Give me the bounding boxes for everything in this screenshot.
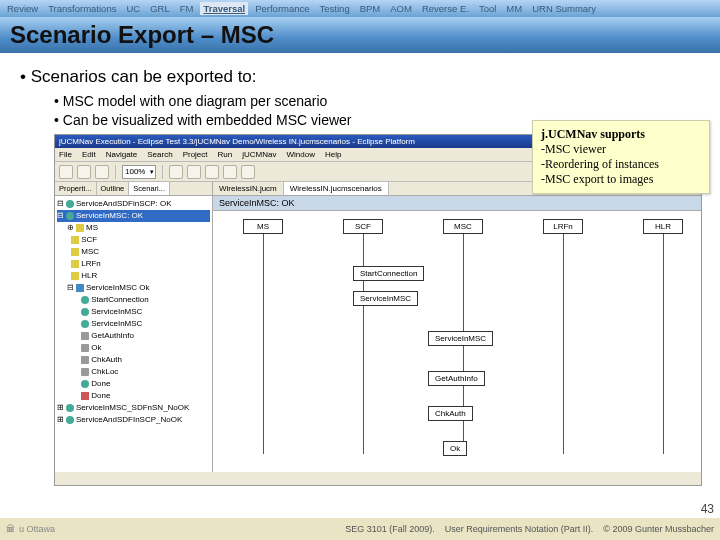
lifeline-header[interactable]: HLR xyxy=(643,219,683,234)
menu-item[interactable]: File xyxy=(59,150,72,159)
lifeline[interactable]: HLR xyxy=(643,219,683,454)
toolbar-button[interactable] xyxy=(95,165,109,179)
tab-properties[interactable]: Properti... xyxy=(55,182,97,195)
lifeline-header[interactable]: MSC xyxy=(443,219,483,234)
menu-item[interactable]: Search xyxy=(147,150,172,159)
scenario-tree[interactable]: ⊟ ServiceAndSDFinSCP: OK⊟ ServiceInMSC: … xyxy=(55,196,212,472)
msc-message[interactable]: ServiceInMSC xyxy=(428,331,493,346)
nav-item-active[interactable]: Traversal xyxy=(200,2,248,15)
nav-item[interactable]: Transformations xyxy=(45,2,119,15)
toolbar-button[interactable] xyxy=(187,165,201,179)
tree-node[interactable]: MSC xyxy=(57,246,210,258)
editor-header: ServiceInMSC: OK xyxy=(213,196,701,211)
msc-message[interactable]: GetAuthInfo xyxy=(428,371,485,386)
lifeline-header[interactable]: LRFn xyxy=(543,219,583,234)
nav-item[interactable]: URN Summary xyxy=(529,2,599,15)
tree-node[interactable]: GetAuthInfo xyxy=(57,330,210,342)
tree-node[interactable]: ⊟ ServiceAndSDFinSCP: OK xyxy=(57,198,210,210)
tree-node[interactable]: StartConnection xyxy=(57,294,210,306)
tree-node-icon xyxy=(81,332,89,340)
callout-note: j.UCMNav supports -MSC viewer -Reorderin… xyxy=(532,120,710,194)
msc-message[interactable]: StartConnection xyxy=(353,266,424,281)
nav-item[interactable]: BPM xyxy=(357,2,384,15)
tree-node[interactable]: ⊞ ServiceInMSC_SDFnSN_NoOK xyxy=(57,402,210,414)
tree-node[interactable]: ServiceInMSC xyxy=(57,318,210,330)
toolbar-button[interactable] xyxy=(241,165,255,179)
zoom-combo[interactable]: 100% xyxy=(122,165,156,179)
tab-outline[interactable]: Outline xyxy=(97,182,130,195)
lifeline[interactable]: SCF xyxy=(343,219,383,454)
page-number: 43 xyxy=(701,502,714,516)
nav-item[interactable]: Testing xyxy=(317,2,353,15)
note-line: -Reordering of instances xyxy=(541,157,659,171)
msc-message[interactable]: Ok xyxy=(443,441,467,456)
toolbar-button[interactable] xyxy=(205,165,219,179)
nav-item[interactable]: FM xyxy=(177,2,197,15)
toolbar-separator xyxy=(162,165,163,179)
toolbar-button[interactable] xyxy=(169,165,183,179)
note-line: -MSC export to images xyxy=(541,172,653,186)
editor-tab-active[interactable]: WirelessIN.jucmscenarios xyxy=(284,182,389,195)
tree-node-icon xyxy=(66,404,74,412)
msc-diagram-canvas[interactable]: MSSCFMSCLRFnHLRStartConnectionServiceInM… xyxy=(213,211,701,472)
tree-node[interactable]: Ok xyxy=(57,342,210,354)
bullet-level-1: Scenarios can be exported to: xyxy=(20,67,700,87)
menu-item[interactable]: Edit xyxy=(82,150,96,159)
footer-subject: User Requirements Notation (Part II). xyxy=(445,524,594,534)
tree-node-icon xyxy=(81,368,89,376)
msc-message[interactable]: ChkAuth xyxy=(428,406,473,421)
nav-item[interactable]: UC xyxy=(123,2,143,15)
tree-node[interactable]: Done xyxy=(57,390,210,402)
tree-node-icon xyxy=(71,236,79,244)
menu-item[interactable]: Run xyxy=(218,150,233,159)
menu-item[interactable]: Project xyxy=(183,150,208,159)
tree-node[interactable]: LRFn xyxy=(57,258,210,270)
tree-node[interactable]: ⊞ ServiceAndSDFInSCP_NoOK xyxy=(57,414,210,426)
lifeline-header[interactable]: SCF xyxy=(343,219,383,234)
menu-item[interactable]: Window xyxy=(286,150,314,159)
menu-item[interactable]: Navigate xyxy=(106,150,138,159)
tree-node[interactable]: ⊕ MS xyxy=(57,222,210,234)
tree-node[interactable]: SCF xyxy=(57,234,210,246)
tree-node[interactable]: ⊟ ServiceInMSC: OK xyxy=(57,210,210,222)
editor-tab[interactable]: WirelessIN.jucm xyxy=(213,182,284,195)
note-title: j.UCMNav supports xyxy=(541,127,645,141)
tree-node[interactable]: ⊟ ServiceInMSC Ok xyxy=(57,282,210,294)
nav-item[interactable]: Tool xyxy=(476,2,499,15)
menu-item[interactable]: Help xyxy=(325,150,341,159)
nav-item[interactable]: AOM xyxy=(387,2,415,15)
tree-node-icon xyxy=(76,224,84,232)
toolbar-button[interactable] xyxy=(77,165,91,179)
tab-scenarios[interactable]: Scenari... xyxy=(129,182,170,195)
left-panel: Properti... Outline Scenari... ⊟ Service… xyxy=(55,182,213,472)
logo-text: u Ottawa xyxy=(19,524,55,534)
tree-node-icon xyxy=(81,320,89,328)
nav-item[interactable]: Reverse E. xyxy=(419,2,472,15)
lifeline[interactable]: LRFn xyxy=(543,219,583,454)
toolbar-separator xyxy=(115,165,116,179)
tree-node[interactable]: HLR xyxy=(57,270,210,282)
nav-item[interactable]: Review xyxy=(4,2,41,15)
slide-nav: Review Transformations UC GRL FM Travers… xyxy=(0,0,720,17)
menu-item[interactable]: jUCMNav xyxy=(242,150,276,159)
note-line: -MSC viewer xyxy=(541,142,606,156)
toolbar-button[interactable] xyxy=(223,165,237,179)
lifeline[interactable]: MS xyxy=(243,219,283,454)
tree-node-icon xyxy=(81,344,89,352)
tree-node[interactable]: ServiceInMSC xyxy=(57,306,210,318)
tree-node[interactable]: ChkLoc xyxy=(57,366,210,378)
nav-item[interactable]: Performance xyxy=(252,2,312,15)
lifeline-header[interactable]: MS xyxy=(243,219,283,234)
toolbar-button[interactable] xyxy=(59,165,73,179)
tree-node-icon xyxy=(66,416,74,424)
uottawa-logo: 🏛 u Ottawa xyxy=(6,524,55,534)
tree-node[interactable]: ChkAuth xyxy=(57,354,210,366)
tree-node-icon xyxy=(66,212,74,220)
tree-node-icon xyxy=(66,200,74,208)
tree-node[interactable]: Done xyxy=(57,378,210,390)
nav-item[interactable]: GRL xyxy=(147,2,173,15)
msc-message[interactable]: ServiceInMSC xyxy=(353,291,418,306)
tree-node-icon xyxy=(81,296,89,304)
slide-footer: 🏛 u Ottawa SEG 3101 (Fall 2009). User Re… xyxy=(0,518,720,540)
nav-item[interactable]: MM xyxy=(503,2,525,15)
